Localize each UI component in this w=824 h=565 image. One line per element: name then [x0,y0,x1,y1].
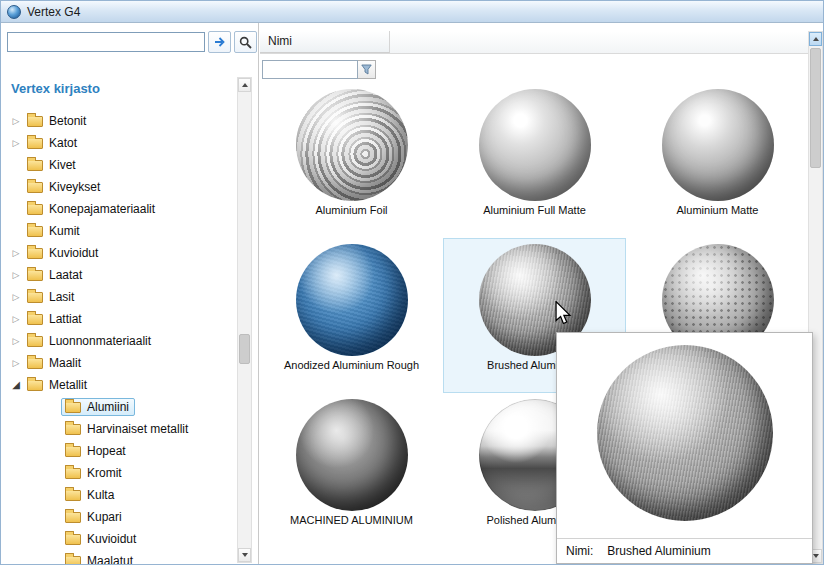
tree-item-kuvioidut[interactable]: Kuvioidut [1,528,258,550]
tree-item-label: Katot [49,136,77,150]
tree-item-content: Metallit [23,376,93,394]
tree-item-content: Hopeat [61,442,132,460]
tree-item-lattiat[interactable]: ▷Lattiat [1,308,258,330]
tree-item-konepajamateriaalit[interactable]: Konepajamateriaalit [1,198,258,220]
folder-icon [27,270,43,281]
folder-icon [27,116,43,127]
tree-item-content: Kuvioidut [61,530,142,548]
tree-item-maalatut[interactable]: Maalatut [1,550,258,564]
go-button[interactable] [208,31,231,53]
tree-item-label: Kuvioidut [49,246,98,260]
tree-item-hopeat[interactable]: Hopeat [1,440,258,462]
tree-item-content: Konepajamateriaalit [23,200,161,218]
tree-item-kuvioidut[interactable]: ▷Kuvioidut [1,242,258,264]
titlebar[interactable]: Vertex G4 [1,1,823,23]
folder-icon [27,358,43,369]
window-title: Vertex G4 [27,5,80,19]
tree-item-content: Kivet [23,156,82,174]
filter-button[interactable] [358,60,376,79]
tree-item-content: Maalatut [61,552,139,564]
expander-collapsed-icon[interactable]: ▷ [9,293,23,302]
matte-material-sphere [662,89,774,201]
material-cell-aluminium-foil[interactable]: Aluminium Foil [260,83,443,238]
tree-item-kromit[interactable]: Kromit [1,462,258,484]
tree-item-label: Kupari [87,510,122,524]
expander-collapsed-icon[interactable]: ▷ [9,249,23,258]
library-panel: Vertex kirjasto ▷Betonit▷KatotKivetKivey… [1,23,259,564]
tree-item-label: Luonnonmateriaalit [49,334,151,348]
machined-material-sphere [296,399,408,511]
tree-item-kumit[interactable]: Kumit [1,220,258,242]
tree-scrollbar[interactable] [237,77,252,563]
tree-item-label: Harvinaiset metallit [87,422,188,436]
arrow-right-icon [213,36,227,48]
material-name-label: Aluminium Full Matte [483,204,586,216]
tree-item-content: Laatat [23,266,88,284]
search-toolbar [1,23,258,55]
arrow-down-icon [242,553,248,557]
tree-scroll-thumb[interactable] [239,334,250,364]
expander-collapsed-icon[interactable]: ▷ [9,271,23,280]
tree-item-katot[interactable]: ▷Katot [1,132,258,154]
tree-item-kiveykset[interactable]: Kiveykset [1,176,258,198]
search-button[interactable] [234,31,257,53]
arrow-up-icon [813,37,819,41]
preview-caption: Nimi: Brushed Aluminium [557,538,812,563]
tree-scroll-down-button[interactable] [238,548,251,562]
grid-header: Nimi [260,31,808,54]
tree-item-betonit[interactable]: ▷Betonit [1,110,258,132]
search-input[interactable] [7,32,205,52]
material-cell-anodized-aluminium-rough[interactable]: Anodized Aluminium Rough [260,238,443,393]
filter-input[interactable] [262,60,358,79]
tree-item-kupari[interactable]: Kupari [1,506,258,528]
tree-item-kivet[interactable]: Kivet [1,154,258,176]
vertex-g4-window: Vertex G4 Vertex kirjasto ▷Betonit▷Katot… [0,0,824,565]
folder-icon [65,402,81,413]
tree-item-laatat[interactable]: ▷Laatat [1,264,258,286]
tree-item-label: Konepajamateriaalit [49,202,155,216]
tree-item-content: Kumit [23,222,86,240]
tree-item-label: Laatat [49,268,82,282]
tree-item-kulta[interactable]: Kulta [1,484,258,506]
tree-item-label: Metallit [49,378,87,392]
folder-icon [27,160,43,171]
expander-collapsed-icon[interactable]: ▷ [9,139,23,148]
materials-scroll-up-button[interactable] [809,32,822,46]
tree-item-harvinaiset-metallit[interactable]: Harvinaiset metallit [1,418,258,440]
tree-item-content: Alumiini [61,398,135,416]
tree-item-content: Lasit [23,288,80,306]
arrow-down-icon [813,554,819,558]
materials-scroll-thumb[interactable] [810,48,821,168]
tree-item-content: Kromit [61,464,128,482]
folder-icon [65,556,81,565]
tree-item-metallit[interactable]: ◢Metallit [1,374,258,396]
material-cell-aluminium-matte[interactable]: Aluminium Matte [626,83,808,238]
tree-item-label: Kivet [49,158,76,172]
tree-item-lasit[interactable]: ▷Lasit [1,286,258,308]
expander-collapsed-icon[interactable]: ▷ [9,359,23,368]
tree-item-content: Betonit [23,112,92,130]
folder-icon [27,204,43,215]
material-cell-machined-aluminium[interactable]: MACHINED ALUMINIUM [260,393,443,548]
expander-expanded-icon[interactable]: ◢ [9,380,23,390]
preview-name-value: Brushed Aluminium [607,544,710,558]
tree-item-luonnonmateriaalit[interactable]: ▷Luonnonmateriaalit [1,330,258,352]
tree-item-maalit[interactable]: ▷Maalit [1,352,258,374]
material-name-label: Anodized Aluminium Rough [284,359,419,371]
expander-collapsed-icon[interactable]: ▷ [9,315,23,324]
folder-icon [27,182,43,193]
material-name-label: Aluminium Foil [315,204,387,216]
material-cell-aluminium-full-matte[interactable]: Aluminium Full Matte [443,83,626,238]
tree-scroll-up-button[interactable] [238,78,251,92]
expander-collapsed-icon[interactable]: ▷ [9,117,23,126]
arrow-up-icon [242,83,248,87]
folder-icon [27,248,43,259]
material-preview-popup: Nimi: Brushed Aluminium [556,332,813,564]
expander-collapsed-icon[interactable]: ▷ [9,337,23,346]
tree-item-alumiini[interactable]: Alumiini [1,396,258,418]
column-header-nimi[interactable]: Nimi [260,31,390,53]
tree-item-content: Katot [23,134,83,152]
magnifier-icon [239,36,252,49]
folder-icon [27,226,43,237]
folder-icon [27,314,43,325]
